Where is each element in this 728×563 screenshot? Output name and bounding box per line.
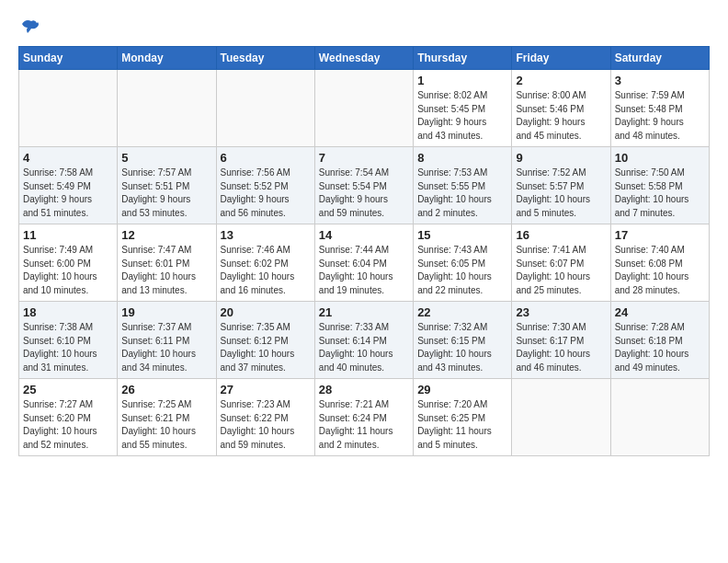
calendar-cell: 23Sunrise: 7:30 AMSunset: 6:17 PMDayligh…	[512, 302, 610, 379]
day-number: 21	[319, 305, 409, 319]
day-number: 3	[615, 74, 705, 87]
calendar-table: SundayMondayTuesdayWednesdayThursdayFrid…	[18, 46, 710, 456]
page-container: SundayMondayTuesdayWednesdayThursdayFrid…	[0, 0, 728, 465]
day-number: 8	[417, 151, 507, 165]
week-row-3: 11Sunrise: 7:49 AMSunset: 6:00 PMDayligh…	[19, 224, 710, 302]
calendar-cell: 26Sunrise: 7:25 AMSunset: 6:21 PMDayligh…	[118, 379, 216, 456]
day-number: 27	[221, 383, 311, 396]
calendar-cell: 10Sunrise: 7:50 AMSunset: 5:58 PMDayligh…	[610, 147, 709, 224]
calendar-cell: 11Sunrise: 7:49 AMSunset: 6:00 PMDayligh…	[19, 224, 118, 302]
day-info: Sunrise: 7:41 AMSunset: 6:07 PMDaylight:…	[516, 244, 606, 297]
day-info: Sunrise: 7:58 AMSunset: 5:49 PMDaylight:…	[23, 167, 113, 220]
day-info: Sunrise: 7:43 AMSunset: 6:05 PMDaylight:…	[417, 244, 507, 297]
calendar-cell: 12Sunrise: 7:47 AMSunset: 6:01 PMDayligh…	[118, 224, 216, 302]
calendar-cell: 22Sunrise: 7:32 AMSunset: 6:15 PMDayligh…	[414, 302, 512, 379]
day-info: Sunrise: 8:02 AMSunset: 5:45 PMDaylight:…	[417, 89, 507, 143]
calendar-cell: 20Sunrise: 7:35 AMSunset: 6:12 PMDayligh…	[216, 302, 314, 379]
day-info: Sunrise: 7:28 AMSunset: 6:18 PMDaylight:…	[615, 321, 705, 374]
calendar-cell	[512, 379, 610, 456]
day-info: Sunrise: 7:47 AMSunset: 6:01 PMDaylight:…	[121, 244, 211, 297]
day-info: Sunrise: 7:56 AMSunset: 5:52 PMDaylight:…	[221, 167, 311, 220]
calendar-cell: 13Sunrise: 7:46 AMSunset: 6:02 PMDayligh…	[216, 224, 314, 302]
day-info: Sunrise: 7:27 AMSunset: 6:20 PMDaylight:…	[23, 398, 113, 452]
calendar-cell	[314, 70, 413, 147]
day-number: 17	[615, 228, 705, 242]
day-info: Sunrise: 7:23 AMSunset: 6:22 PMDaylight:…	[221, 398, 311, 452]
day-info: Sunrise: 7:40 AMSunset: 6:08 PMDaylight:…	[615, 244, 705, 297]
day-number: 11	[23, 228, 113, 242]
day-number: 14	[319, 228, 409, 242]
day-info: Sunrise: 7:33 AMSunset: 6:14 PMDaylight:…	[319, 321, 409, 374]
day-number: 18	[23, 305, 113, 319]
day-number: 24	[615, 305, 705, 319]
day-number: 12	[121, 228, 211, 242]
calendar-cell: 27Sunrise: 7:23 AMSunset: 6:22 PMDayligh…	[216, 379, 314, 456]
day-info: Sunrise: 7:50 AMSunset: 5:58 PMDaylight:…	[615, 167, 705, 220]
day-header-friday: Friday	[512, 47, 610, 70]
day-number: 7	[319, 151, 409, 165]
day-number: 26	[121, 383, 211, 396]
day-info: Sunrise: 7:46 AMSunset: 6:02 PMDaylight:…	[221, 244, 311, 297]
week-row-2: 4Sunrise: 7:58 AMSunset: 5:49 PMDaylight…	[19, 147, 710, 224]
calendar-cell: 5Sunrise: 7:57 AMSunset: 5:51 PMDaylight…	[118, 147, 216, 224]
day-info: Sunrise: 7:54 AMSunset: 5:54 PMDaylight:…	[319, 167, 409, 220]
day-info: Sunrise: 7:59 AMSunset: 5:48 PMDaylight:…	[615, 89, 705, 143]
header	[18, 15, 710, 40]
day-header-thursday: Thursday	[414, 47, 512, 70]
calendar-cell: 1Sunrise: 8:02 AMSunset: 5:45 PMDaylight…	[414, 70, 512, 147]
calendar-cell	[19, 70, 118, 147]
calendar-cell: 29Sunrise: 7:20 AMSunset: 6:25 PMDayligh…	[414, 379, 512, 456]
calendar-cell: 24Sunrise: 7:28 AMSunset: 6:18 PMDayligh…	[610, 302, 709, 379]
calendar-cell	[216, 70, 314, 147]
calendar-cell: 18Sunrise: 7:38 AMSunset: 6:10 PMDayligh…	[19, 302, 118, 379]
day-number: 20	[221, 305, 311, 319]
bird-icon	[20, 17, 40, 40]
day-number: 13	[221, 228, 311, 242]
day-info: Sunrise: 7:57 AMSunset: 5:51 PMDaylight:…	[121, 167, 211, 220]
day-header-sunday: Sunday	[19, 47, 118, 70]
day-info: Sunrise: 7:32 AMSunset: 6:15 PMDaylight:…	[417, 321, 507, 374]
day-info: Sunrise: 7:49 AMSunset: 6:00 PMDaylight:…	[23, 244, 113, 297]
day-header-tuesday: Tuesday	[216, 47, 314, 70]
day-info: Sunrise: 7:21 AMSunset: 6:24 PMDaylight:…	[319, 398, 409, 452]
calendar-cell: 7Sunrise: 7:54 AMSunset: 5:54 PMDaylight…	[314, 147, 413, 224]
calendar-cell: 25Sunrise: 7:27 AMSunset: 6:20 PMDayligh…	[19, 379, 118, 456]
calendar-cell: 17Sunrise: 7:40 AMSunset: 6:08 PMDayligh…	[610, 224, 709, 302]
calendar-cell: 2Sunrise: 8:00 AMSunset: 5:46 PMDaylight…	[512, 70, 610, 147]
calendar-cell: 14Sunrise: 7:44 AMSunset: 6:04 PMDayligh…	[314, 224, 413, 302]
day-info: Sunrise: 7:44 AMSunset: 6:04 PMDaylight:…	[319, 244, 409, 297]
day-info: Sunrise: 7:25 AMSunset: 6:21 PMDaylight:…	[121, 398, 211, 452]
day-number: 2	[516, 74, 606, 87]
week-row-4: 18Sunrise: 7:38 AMSunset: 6:10 PMDayligh…	[19, 302, 710, 379]
calendar-cell: 15Sunrise: 7:43 AMSunset: 6:05 PMDayligh…	[414, 224, 512, 302]
day-number: 1	[417, 74, 507, 87]
calendar-header: SundayMondayTuesdayWednesdayThursdayFrid…	[19, 47, 710, 70]
day-info: Sunrise: 7:53 AMSunset: 5:55 PMDaylight:…	[417, 167, 507, 220]
calendar-cell: 9Sunrise: 7:52 AMSunset: 5:57 PMDaylight…	[512, 147, 610, 224]
day-number: 25	[23, 383, 113, 396]
calendar-cell: 28Sunrise: 7:21 AMSunset: 6:24 PMDayligh…	[314, 379, 413, 456]
calendar-cell	[118, 70, 216, 147]
day-info: Sunrise: 7:38 AMSunset: 6:10 PMDaylight:…	[23, 321, 113, 374]
day-number: 23	[516, 305, 606, 319]
calendar-cell: 19Sunrise: 7:37 AMSunset: 6:11 PMDayligh…	[118, 302, 216, 379]
day-header-wednesday: Wednesday	[314, 47, 413, 70]
calendar-cell	[610, 379, 709, 456]
day-info: Sunrise: 7:37 AMSunset: 6:11 PMDaylight:…	[121, 321, 211, 374]
day-number: 29	[417, 383, 507, 396]
day-number: 4	[23, 151, 113, 165]
day-number: 16	[516, 228, 606, 242]
day-info: Sunrise: 7:30 AMSunset: 6:17 PMDaylight:…	[516, 321, 606, 374]
day-number: 10	[615, 151, 705, 165]
day-number: 15	[417, 228, 507, 242]
calendar-cell: 6Sunrise: 7:56 AMSunset: 5:52 PMDaylight…	[216, 147, 314, 224]
day-number: 22	[417, 305, 507, 319]
day-number: 9	[516, 151, 606, 165]
day-info: Sunrise: 7:20 AMSunset: 6:25 PMDaylight:…	[417, 398, 507, 452]
calendar-cell: 3Sunrise: 7:59 AMSunset: 5:48 PMDaylight…	[610, 70, 709, 147]
calendar-body: 1Sunrise: 8:02 AMSunset: 5:45 PMDaylight…	[19, 70, 710, 456]
day-number: 28	[319, 383, 409, 396]
calendar-cell: 16Sunrise: 7:41 AMSunset: 6:07 PMDayligh…	[512, 224, 610, 302]
day-number: 5	[121, 151, 211, 165]
day-header-row: SundayMondayTuesdayWednesdayThursdayFrid…	[19, 47, 710, 70]
